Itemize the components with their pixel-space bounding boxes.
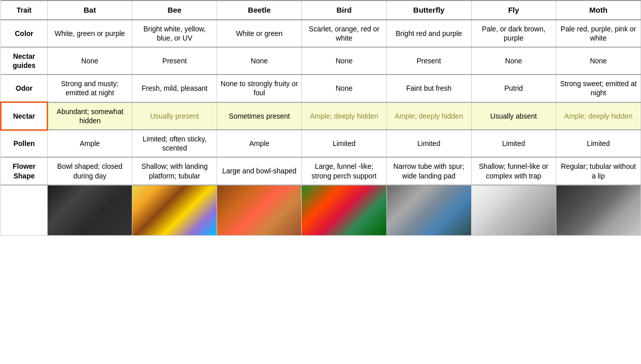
bat-image bbox=[48, 186, 132, 235]
cell-moth-nectar: Ample; deeply hidden bbox=[556, 102, 640, 130]
cell-fly-color: Pale, or dark brown, purple bbox=[471, 20, 556, 47]
cell-beetle-pollen: Ample bbox=[217, 130, 302, 157]
cell-butterfly-color: Bright red and purple bbox=[386, 20, 471, 47]
trait-label-flower-shape: Flower Shape bbox=[1, 157, 48, 185]
cell-fly-flower-shape: Shallow; funnel-like or complex with tra… bbox=[471, 157, 556, 185]
beetle-image bbox=[217, 186, 301, 235]
cell-bat-color: White, green or purple bbox=[48, 20, 132, 47]
moth-image bbox=[556, 186, 640, 235]
cell-bee-nectar-guides: Present bbox=[132, 47, 217, 75]
cell-bird-nectar: Ample; deeply hidden bbox=[302, 102, 386, 130]
cell-butterfly-nectar-guides: Present bbox=[386, 47, 471, 75]
cell-bee-pollen: Limited; often sticky, scented bbox=[132, 130, 217, 157]
image-cell-butterfly bbox=[386, 185, 471, 236]
cell-moth-odor: Strong sweet; emitted at night bbox=[556, 75, 640, 102]
cell-bat-flower-shape: Bowl shaped; closed during day bbox=[48, 157, 132, 185]
image-cell-bird bbox=[302, 185, 386, 236]
cell-bird-odor: None bbox=[302, 75, 386, 102]
header-trait: Trait bbox=[1, 1, 48, 20]
image-cell-beetle bbox=[217, 185, 302, 236]
cell-bee-nectar: Usually present bbox=[132, 102, 217, 130]
cell-bat-odor: Strong and musty; emitted at night bbox=[48, 75, 132, 102]
image-cell-moth bbox=[556, 185, 640, 236]
cell-bat-nectar: Abundant; somewhat hidden bbox=[48, 102, 132, 130]
cell-butterfly-pollen: Limited bbox=[386, 130, 471, 157]
header-bee: Bee bbox=[132, 1, 217, 20]
cell-fly-nectar-guides: None bbox=[471, 47, 556, 75]
cell-bee-flower-shape: Shallow; with landing platform; tubular bbox=[132, 157, 217, 185]
cell-moth-nectar-guides: None bbox=[556, 47, 640, 75]
header-bird: Bird bbox=[302, 1, 386, 20]
butterfly-image bbox=[387, 186, 471, 235]
trait-label-color: Color bbox=[1, 20, 48, 47]
cell-beetle-flower-shape: Large and bowl-shaped bbox=[217, 157, 302, 185]
cell-beetle-odor: None to strongly fruity or foul bbox=[217, 75, 302, 102]
cell-bird-color: Scarlet, orange, red or white bbox=[302, 20, 386, 47]
cell-bird-pollen: Limited bbox=[302, 130, 386, 157]
bee-image bbox=[132, 186, 217, 235]
cell-beetle-color: White or green bbox=[217, 20, 302, 47]
header-butterfly: Butterfly bbox=[386, 1, 471, 20]
header-fly: Fly bbox=[471, 1, 556, 20]
image-cell-bat bbox=[48, 185, 132, 236]
img-row-trait-empty bbox=[1, 185, 48, 236]
bird-image bbox=[302, 186, 386, 235]
trait-label-nectar: Nectar bbox=[1, 102, 48, 130]
cell-beetle-nectar-guides: None bbox=[217, 47, 302, 75]
cell-bird-nectar-guides: None bbox=[302, 47, 386, 75]
fly-image bbox=[472, 186, 556, 235]
trait-label-nectar-guides: Nectar guides bbox=[1, 47, 48, 75]
cell-moth-flower-shape: Regular; tubular without a lip bbox=[556, 157, 640, 185]
trait-label-pollen: Pollen bbox=[1, 130, 48, 157]
cell-fly-nectar: Usually absent bbox=[471, 102, 556, 130]
header-beetle: Beetle bbox=[217, 1, 302, 20]
image-cell-fly bbox=[471, 185, 556, 236]
pollinator-table: Trait Bat Bee Beetle Bird Butterfly Fly … bbox=[0, 0, 641, 236]
header-moth: Moth bbox=[556, 1, 640, 20]
cell-moth-pollen: Limited bbox=[556, 130, 640, 157]
header-bat: Bat bbox=[48, 1, 132, 20]
cell-bat-pollen: Ample bbox=[48, 130, 132, 157]
cell-bee-color: Bright white, yellow, blue, or UV bbox=[132, 20, 217, 47]
trait-label-odor: Odor bbox=[1, 75, 48, 102]
cell-beetle-nectar: Sometimes present bbox=[217, 102, 302, 130]
cell-butterfly-flower-shape: Narrow tube with spur; wide landing pad bbox=[386, 157, 471, 185]
cell-bee-odor: Fresh, mild, pleasant bbox=[132, 75, 217, 102]
cell-butterfly-odor: Faint but fresh bbox=[386, 75, 471, 102]
cell-bird-flower-shape: Large, funnel -like; strong perch suppor… bbox=[302, 157, 386, 185]
image-cell-bee bbox=[132, 185, 217, 236]
cell-bat-nectar-guides: None bbox=[48, 47, 132, 75]
cell-fly-odor: Putrid bbox=[471, 75, 556, 102]
cell-moth-color: Pale red, purple, pink or white bbox=[556, 20, 640, 47]
cell-butterfly-nectar: Ample; deeply hidden bbox=[386, 102, 471, 130]
cell-fly-pollen: Limited bbox=[471, 130, 556, 157]
